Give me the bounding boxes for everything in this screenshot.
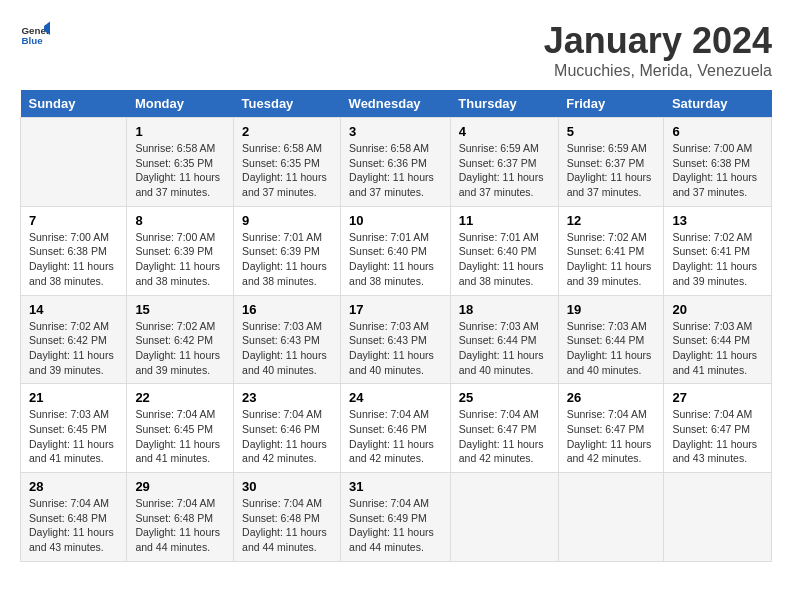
day-number: 3 [349, 124, 442, 139]
day-info: Sunrise: 7:03 AM Sunset: 6:45 PM Dayligh… [29, 407, 118, 466]
calendar-header-row: Sunday Monday Tuesday Wednesday Thursday… [21, 90, 772, 118]
table-row: 13Sunrise: 7:02 AM Sunset: 6:41 PM Dayli… [664, 206, 772, 295]
day-info: Sunrise: 7:04 AM Sunset: 6:46 PM Dayligh… [349, 407, 442, 466]
table-row: 6Sunrise: 7:00 AM Sunset: 6:38 PM Daylig… [664, 118, 772, 207]
table-row: 22Sunrise: 7:04 AM Sunset: 6:45 PM Dayli… [127, 384, 234, 473]
table-row: 21Sunrise: 7:03 AM Sunset: 6:45 PM Dayli… [21, 384, 127, 473]
table-row: 29Sunrise: 7:04 AM Sunset: 6:48 PM Dayli… [127, 473, 234, 562]
day-number: 8 [135, 213, 225, 228]
table-row: 18Sunrise: 7:03 AM Sunset: 6:44 PM Dayli… [450, 295, 558, 384]
day-number: 13 [672, 213, 763, 228]
table-row: 12Sunrise: 7:02 AM Sunset: 6:41 PM Dayli… [558, 206, 664, 295]
calendar-week-row: 21Sunrise: 7:03 AM Sunset: 6:45 PM Dayli… [21, 384, 772, 473]
day-number: 11 [459, 213, 550, 228]
table-row [21, 118, 127, 207]
day-info: Sunrise: 7:04 AM Sunset: 6:45 PM Dayligh… [135, 407, 225, 466]
day-info: Sunrise: 7:02 AM Sunset: 6:41 PM Dayligh… [567, 230, 656, 289]
table-row: 8Sunrise: 7:00 AM Sunset: 6:39 PM Daylig… [127, 206, 234, 295]
logo: General Blue [20, 20, 50, 50]
table-row: 31Sunrise: 7:04 AM Sunset: 6:49 PM Dayli… [341, 473, 451, 562]
calendar-week-row: 7Sunrise: 7:00 AM Sunset: 6:38 PM Daylig… [21, 206, 772, 295]
day-info: Sunrise: 7:04 AM Sunset: 6:48 PM Dayligh… [242, 496, 332, 555]
table-row: 16Sunrise: 7:03 AM Sunset: 6:43 PM Dayli… [234, 295, 341, 384]
table-row [664, 473, 772, 562]
table-row: 20Sunrise: 7:03 AM Sunset: 6:44 PM Dayli… [664, 295, 772, 384]
col-wednesday: Wednesday [341, 90, 451, 118]
table-row: 23Sunrise: 7:04 AM Sunset: 6:46 PM Dayli… [234, 384, 341, 473]
page-subtitle: Mucuchies, Merida, Venezuela [544, 62, 772, 80]
table-row: 27Sunrise: 7:04 AM Sunset: 6:47 PM Dayli… [664, 384, 772, 473]
table-row: 11Sunrise: 7:01 AM Sunset: 6:40 PM Dayli… [450, 206, 558, 295]
day-info: Sunrise: 7:02 AM Sunset: 6:42 PM Dayligh… [135, 319, 225, 378]
day-info: Sunrise: 6:58 AM Sunset: 6:35 PM Dayligh… [242, 141, 332, 200]
table-row: 28Sunrise: 7:04 AM Sunset: 6:48 PM Dayli… [21, 473, 127, 562]
day-number: 25 [459, 390, 550, 405]
day-number: 18 [459, 302, 550, 317]
day-info: Sunrise: 7:01 AM Sunset: 6:39 PM Dayligh… [242, 230, 332, 289]
day-info: Sunrise: 7:04 AM Sunset: 6:47 PM Dayligh… [459, 407, 550, 466]
svg-text:Blue: Blue [22, 35, 44, 46]
day-number: 20 [672, 302, 763, 317]
day-number: 22 [135, 390, 225, 405]
day-info: Sunrise: 7:04 AM Sunset: 6:48 PM Dayligh… [29, 496, 118, 555]
table-row: 30Sunrise: 7:04 AM Sunset: 6:48 PM Dayli… [234, 473, 341, 562]
day-number: 27 [672, 390, 763, 405]
day-info: Sunrise: 6:59 AM Sunset: 6:37 PM Dayligh… [459, 141, 550, 200]
table-row: 15Sunrise: 7:02 AM Sunset: 6:42 PM Dayli… [127, 295, 234, 384]
day-number: 4 [459, 124, 550, 139]
calendar-week-row: 1Sunrise: 6:58 AM Sunset: 6:35 PM Daylig… [21, 118, 772, 207]
day-number: 24 [349, 390, 442, 405]
day-info: Sunrise: 7:03 AM Sunset: 6:43 PM Dayligh… [242, 319, 332, 378]
calendar-week-row: 14Sunrise: 7:02 AM Sunset: 6:42 PM Dayli… [21, 295, 772, 384]
day-number: 6 [672, 124, 763, 139]
day-number: 1 [135, 124, 225, 139]
table-row: 2Sunrise: 6:58 AM Sunset: 6:35 PM Daylig… [234, 118, 341, 207]
day-number: 26 [567, 390, 656, 405]
day-info: Sunrise: 7:03 AM Sunset: 6:44 PM Dayligh… [567, 319, 656, 378]
page-header: General Blue January 2024 Mucuchies, Mer… [20, 20, 772, 80]
table-row [450, 473, 558, 562]
day-info: Sunrise: 7:00 AM Sunset: 6:39 PM Dayligh… [135, 230, 225, 289]
day-info: Sunrise: 7:04 AM Sunset: 6:46 PM Dayligh… [242, 407, 332, 466]
day-number: 16 [242, 302, 332, 317]
day-info: Sunrise: 7:01 AM Sunset: 6:40 PM Dayligh… [459, 230, 550, 289]
table-row: 25Sunrise: 7:04 AM Sunset: 6:47 PM Dayli… [450, 384, 558, 473]
day-info: Sunrise: 7:03 AM Sunset: 6:44 PM Dayligh… [672, 319, 763, 378]
col-friday: Friday [558, 90, 664, 118]
day-number: 2 [242, 124, 332, 139]
day-number: 15 [135, 302, 225, 317]
day-info: Sunrise: 7:03 AM Sunset: 6:43 PM Dayligh… [349, 319, 442, 378]
day-info: Sunrise: 6:59 AM Sunset: 6:37 PM Dayligh… [567, 141, 656, 200]
day-number: 14 [29, 302, 118, 317]
day-number: 28 [29, 479, 118, 494]
day-info: Sunrise: 7:04 AM Sunset: 6:47 PM Dayligh… [672, 407, 763, 466]
col-tuesday: Tuesday [234, 90, 341, 118]
day-number: 30 [242, 479, 332, 494]
logo-icon: General Blue [20, 20, 50, 50]
day-info: Sunrise: 7:04 AM Sunset: 6:47 PM Dayligh… [567, 407, 656, 466]
calendar-week-row: 28Sunrise: 7:04 AM Sunset: 6:48 PM Dayli… [21, 473, 772, 562]
day-number: 31 [349, 479, 442, 494]
table-row: 19Sunrise: 7:03 AM Sunset: 6:44 PM Dayli… [558, 295, 664, 384]
day-info: Sunrise: 7:00 AM Sunset: 6:38 PM Dayligh… [672, 141, 763, 200]
col-monday: Monday [127, 90, 234, 118]
day-number: 9 [242, 213, 332, 228]
col-saturday: Saturday [664, 90, 772, 118]
calendar-table: Sunday Monday Tuesday Wednesday Thursday… [20, 90, 772, 562]
day-number: 21 [29, 390, 118, 405]
table-row: 5Sunrise: 6:59 AM Sunset: 6:37 PM Daylig… [558, 118, 664, 207]
col-sunday: Sunday [21, 90, 127, 118]
table-row: 3Sunrise: 6:58 AM Sunset: 6:36 PM Daylig… [341, 118, 451, 207]
table-row: 10Sunrise: 7:01 AM Sunset: 6:40 PM Dayli… [341, 206, 451, 295]
day-number: 17 [349, 302, 442, 317]
day-number: 10 [349, 213, 442, 228]
day-number: 19 [567, 302, 656, 317]
table-row [558, 473, 664, 562]
day-number: 23 [242, 390, 332, 405]
day-info: Sunrise: 7:04 AM Sunset: 6:49 PM Dayligh… [349, 496, 442, 555]
day-info: Sunrise: 7:00 AM Sunset: 6:38 PM Dayligh… [29, 230, 118, 289]
table-row: 9Sunrise: 7:01 AM Sunset: 6:39 PM Daylig… [234, 206, 341, 295]
page-title: January 2024 [544, 20, 772, 62]
day-info: Sunrise: 7:01 AM Sunset: 6:40 PM Dayligh… [349, 230, 442, 289]
day-info: Sunrise: 6:58 AM Sunset: 6:35 PM Dayligh… [135, 141, 225, 200]
